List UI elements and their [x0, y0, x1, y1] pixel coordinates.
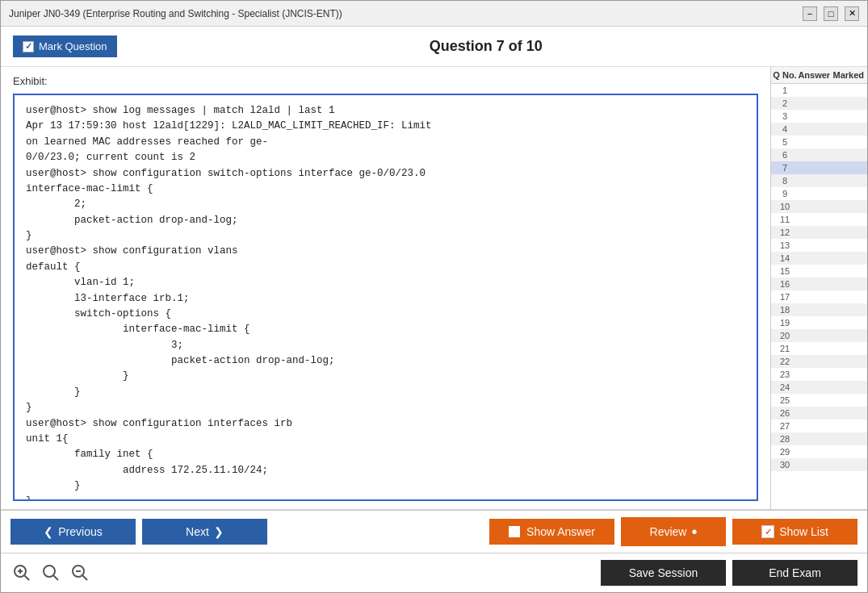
q-answer: [797, 344, 832, 353]
table-row[interactable]: 13: [771, 239, 867, 252]
table-row[interactable]: 8: [771, 174, 867, 187]
q-marked: [832, 228, 866, 237]
table-row[interactable]: 27: [771, 420, 867, 432]
q-number: 28: [773, 434, 797, 444]
q-answer: [797, 98, 832, 108]
table-row[interactable]: 11: [771, 213, 867, 226]
question-list[interactable]: 1234567891011121314151617181920212223242…: [771, 84, 867, 509]
q-number: 23: [773, 370, 797, 379]
table-row[interactable]: 15: [771, 265, 867, 278]
end-exam-button[interactable]: End Exam: [732, 560, 858, 586]
exhibit-label: Exhibit:: [13, 75, 758, 87]
q-number: 5: [773, 137, 797, 147]
table-row[interactable]: 2: [771, 97, 867, 110]
table-row[interactable]: 30: [771, 458, 867, 471]
q-answer: [797, 331, 832, 340]
q-marked: [832, 279, 866, 289]
q-marked: [832, 163, 866, 173]
q-number: 7: [773, 163, 797, 173]
mark-question-label: Mark Question: [39, 40, 107, 52]
table-row[interactable]: 16: [771, 278, 867, 290]
next-button[interactable]: Next: [142, 519, 267, 545]
table-row[interactable]: 3: [771, 110, 867, 123]
show-answer-button[interactable]: Show Answer: [489, 519, 614, 545]
q-answer: [797, 279, 832, 289]
q-answer: [797, 382, 832, 392]
save-session-button[interactable]: Save Session: [601, 560, 726, 586]
zoom-out-button[interactable]: [69, 562, 91, 584]
q-number: 9: [773, 189, 797, 198]
q-number: 26: [773, 408, 797, 418]
q-marked: [832, 460, 866, 470]
table-row[interactable]: 4: [771, 123, 867, 136]
q-marked: [832, 370, 866, 379]
table-row[interactable]: 26: [771, 407, 867, 420]
zoom-in-button[interactable]: [10, 562, 33, 584]
mark-question-button[interactable]: Mark Question: [13, 35, 117, 57]
table-row[interactable]: 17: [771, 290, 867, 303]
review-button[interactable]: Review •: [621, 517, 726, 546]
q-number: 17: [773, 292, 797, 302]
q-number: 13: [773, 240, 797, 250]
table-row[interactable]: 1: [771, 84, 867, 97]
q-marked: [832, 357, 866, 366]
table-row[interactable]: 14: [771, 252, 867, 265]
next-chevron-icon: [214, 525, 224, 538]
q-number: 22: [773, 357, 797, 366]
zoom-out-icon: [71, 564, 89, 582]
table-row[interactable]: 25: [771, 394, 867, 407]
q-answer: [797, 421, 832, 431]
table-row[interactable]: 7: [771, 161, 867, 174]
q-answer: [797, 150, 832, 160]
table-row[interactable]: 19: [771, 316, 867, 329]
zoom-normal-button[interactable]: [40, 562, 62, 584]
q-marked: [832, 344, 866, 353]
show-answer-label: Show Answer: [526, 525, 595, 538]
table-row[interactable]: 9: [771, 187, 867, 200]
show-list-button[interactable]: Show List: [732, 519, 858, 545]
q-answer: [797, 111, 832, 121]
table-row[interactable]: 12: [771, 226, 867, 239]
q-number: 2: [773, 98, 797, 108]
code-text: user@host> show log messages | match l2a…: [26, 103, 745, 501]
q-number: 29: [773, 447, 797, 457]
previous-label: Previous: [58, 525, 102, 538]
q-number: 12: [773, 228, 797, 237]
table-row[interactable]: 22: [771, 355, 867, 368]
q-answer: [797, 189, 832, 198]
q-marked: [832, 305, 866, 315]
q-answer: [797, 124, 832, 134]
table-row[interactable]: 29: [771, 445, 867, 458]
table-row[interactable]: 20: [771, 329, 867, 342]
q-number: 1: [773, 86, 797, 95]
table-row[interactable]: 28: [771, 432, 867, 445]
q-answer: [797, 292, 832, 302]
q-marked: [832, 395, 866, 405]
header: Mark Question Question 7 of 10: [1, 27, 867, 67]
q-number: 20: [773, 331, 797, 340]
q-marked: [832, 202, 866, 211]
previous-button[interactable]: Previous: [10, 519, 136, 545]
col-qno: Q No.: [773, 70, 797, 80]
review-dot: •: [691, 524, 697, 540]
close-button[interactable]: ✕: [845, 6, 859, 21]
q-answer: [797, 395, 832, 405]
minimize-button[interactable]: −: [803, 6, 817, 21]
table-row[interactable]: 10: [771, 200, 867, 213]
table-row[interactable]: 21: [771, 342, 867, 355]
restore-button[interactable]: □: [824, 6, 838, 21]
table-row[interactable]: 18: [771, 303, 867, 316]
window-title: Juniper JN0-349 (Enterprise Routing and …: [9, 8, 342, 19]
col-marked: Marked: [832, 70, 866, 80]
table-row[interactable]: 23: [771, 368, 867, 381]
table-row[interactable]: 6: [771, 148, 867, 161]
table-row[interactable]: 5: [771, 136, 867, 148]
table-row[interactable]: 24: [771, 381, 867, 394]
q-answer: [797, 370, 832, 379]
q-marked: [832, 331, 866, 340]
q-number: 24: [773, 382, 797, 392]
q-answer: [797, 460, 832, 470]
q-answer: [797, 253, 832, 263]
q-answer: [797, 447, 832, 457]
prev-chevron-icon: [44, 525, 53, 538]
